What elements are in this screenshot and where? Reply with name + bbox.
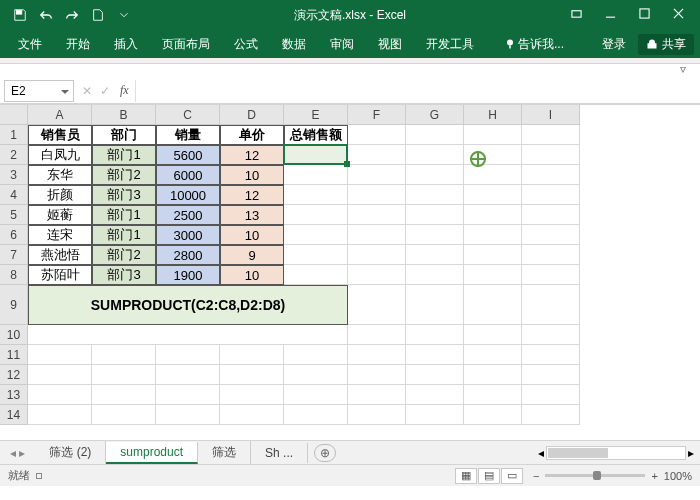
row-header[interactable]: 1 xyxy=(0,125,28,145)
row-header[interactable]: 5 xyxy=(0,205,28,225)
cell[interactable]: 部门3 xyxy=(92,185,156,205)
row-header[interactable]: 9 xyxy=(0,285,28,325)
tab-review[interactable]: 审阅 xyxy=(318,30,366,58)
cell[interactable] xyxy=(522,225,580,245)
cell[interactable] xyxy=(522,205,580,225)
cell[interactable] xyxy=(522,265,580,285)
cell[interactable] xyxy=(406,165,464,185)
col-header[interactable]: D xyxy=(220,105,284,125)
cell[interactable] xyxy=(284,185,348,205)
cell[interactable] xyxy=(156,405,220,425)
col-header[interactable]: A xyxy=(28,105,92,125)
zoom-slider[interactable] xyxy=(545,474,645,477)
cell[interactable] xyxy=(348,325,406,345)
cell[interactable]: 部门1 xyxy=(92,145,156,165)
tell-me[interactable]: 告诉我... xyxy=(492,30,576,58)
row-header[interactable]: 14 xyxy=(0,405,28,425)
col-header[interactable]: F xyxy=(348,105,406,125)
cell[interactable]: 5600 xyxy=(156,145,220,165)
cell[interactable] xyxy=(406,245,464,265)
cell[interactable] xyxy=(406,185,464,205)
active-cell[interactable] xyxy=(284,145,348,165)
horizontal-scrollbar[interactable]: ◂ ▸ xyxy=(538,446,700,460)
cell[interactable] xyxy=(92,385,156,405)
cell[interactable]: 10 xyxy=(220,225,284,245)
cell[interactable]: 部门1 xyxy=(92,225,156,245)
tab-data[interactable]: 数据 xyxy=(270,30,318,58)
cell[interactable] xyxy=(284,405,348,425)
cell[interactable] xyxy=(464,185,522,205)
cell[interactable] xyxy=(464,245,522,265)
normal-view-icon[interactable]: ▦ xyxy=(455,468,477,484)
scroll-thumb[interactable] xyxy=(548,448,608,458)
scroll-left-icon[interactable]: ◂ xyxy=(538,446,544,460)
scroll-track[interactable] xyxy=(546,446,686,460)
cell[interactable]: 3000 xyxy=(156,225,220,245)
tab-view[interactable]: 视图 xyxy=(366,30,414,58)
cell[interactable] xyxy=(406,145,464,165)
cell[interactable] xyxy=(464,265,522,285)
tab-file[interactable]: 文件 xyxy=(6,30,54,58)
row-header[interactable]: 11 xyxy=(0,345,28,365)
row-header[interactable]: 13 xyxy=(0,385,28,405)
cell[interactable] xyxy=(464,325,522,345)
cell[interactable]: 白凤九 xyxy=(28,145,92,165)
zoom-percent[interactable]: 100% xyxy=(664,470,692,482)
row-header[interactable]: 4 xyxy=(0,185,28,205)
row-header[interactable]: 3 xyxy=(0,165,28,185)
col-header[interactable]: B xyxy=(92,105,156,125)
add-sheet-button[interactable]: ⊕ xyxy=(314,444,336,462)
row-header[interactable]: 6 xyxy=(0,225,28,245)
cell[interactable] xyxy=(284,225,348,245)
cell[interactable] xyxy=(522,125,580,145)
cell[interactable] xyxy=(348,125,406,145)
cell[interactable] xyxy=(28,365,92,385)
cell[interactable]: 13 xyxy=(220,205,284,225)
cell[interactable]: 姬蘅 xyxy=(28,205,92,225)
save-icon[interactable] xyxy=(8,3,32,27)
cell[interactable] xyxy=(522,285,580,325)
cell[interactable] xyxy=(284,245,348,265)
close-icon[interactable] xyxy=(670,8,686,22)
name-box[interactable]: E2 xyxy=(4,80,74,102)
cell[interactable] xyxy=(92,365,156,385)
tab-formulas[interactable]: 公式 xyxy=(222,30,270,58)
row-header[interactable]: 2 xyxy=(0,145,28,165)
new-file-icon[interactable] xyxy=(86,3,110,27)
cell[interactable] xyxy=(522,185,580,205)
cell[interactable] xyxy=(220,385,284,405)
cell[interactable] xyxy=(348,405,406,425)
cell[interactable]: 12 xyxy=(220,145,284,165)
cell[interactable] xyxy=(464,365,522,385)
cell[interactable] xyxy=(156,365,220,385)
cell[interactable] xyxy=(284,365,348,385)
cell[interactable] xyxy=(464,145,522,165)
fill-handle[interactable] xyxy=(344,161,350,167)
cell[interactable] xyxy=(464,165,522,185)
cell[interactable] xyxy=(522,145,580,165)
cell[interactable] xyxy=(406,125,464,145)
col-header[interactable]: H xyxy=(464,105,522,125)
cell[interactable] xyxy=(464,405,522,425)
cell[interactable]: 东华 xyxy=(28,165,92,185)
cell[interactable]: 12 xyxy=(220,185,284,205)
cell[interactable] xyxy=(348,385,406,405)
cell[interactable] xyxy=(28,405,92,425)
row-header[interactable]: 12 xyxy=(0,365,28,385)
cell[interactable]: 10000 xyxy=(156,185,220,205)
cell[interactable] xyxy=(92,345,156,365)
cell[interactable] xyxy=(28,325,348,345)
cell[interactable]: 折颜 xyxy=(28,185,92,205)
cell[interactable] xyxy=(348,205,406,225)
cell[interactable] xyxy=(348,225,406,245)
cell[interactable] xyxy=(406,285,464,325)
cell[interactable]: 2500 xyxy=(156,205,220,225)
cell[interactable] xyxy=(406,405,464,425)
cell[interactable]: 1900 xyxy=(156,265,220,285)
cell[interactable] xyxy=(464,125,522,145)
cell[interactable] xyxy=(464,205,522,225)
tab-developer[interactable]: 开发工具 xyxy=(414,30,486,58)
cell[interactable]: 部门2 xyxy=(92,245,156,265)
zoom-out-button[interactable]: − xyxy=(533,470,539,482)
cell[interactable] xyxy=(348,165,406,185)
